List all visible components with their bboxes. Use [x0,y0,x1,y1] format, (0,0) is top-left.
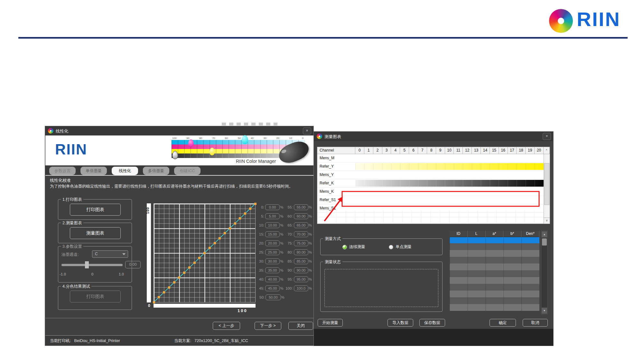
channel-column-header[interactable]: 4 [391,147,400,154]
curve-value-box[interactable]: 65.00 [294,222,309,228]
channel-row-mens_y[interactable]: Mens_Y [317,171,550,179]
result-row[interactable] [450,291,539,297]
channel-column-header[interactable]: 10 [445,147,454,154]
channel-column-header[interactable]: 1 [364,147,373,154]
channel-column-header[interactable]: 7 [418,147,427,154]
channel-table: Channel01234567891011121314151617181920^… [317,147,550,224]
adjust-slider-handle[interactable] [85,261,89,268]
curve-value-box[interactable]: 10.00 [265,222,280,228]
channel-column-header[interactable]: 3 [382,147,391,154]
result-row[interactable] [450,297,539,304]
channel-column-header[interactable]: 12 [463,147,472,154]
curve-value-box[interactable]: 40.00 [265,276,280,282]
curve-key: 15: [257,232,264,236]
scroll-down-icon[interactable]: v [544,218,550,224]
save-data-button[interactable]: 保存数据 [419,319,445,327]
current-scheme: 当前方案: 720x1200_5C_2Bit_车贴_ICC [174,338,248,344]
curve-value-box[interactable]: 100.0 [294,285,309,291]
curve-value-box[interactable]: 60.00 [294,213,309,219]
result-row[interactable] [450,264,539,270]
channel-column-header[interactable]: 2 [373,147,382,154]
channel-column-header[interactable]: 6 [409,147,418,154]
channel-row-mens_k[interactable]: Mens_K [317,188,550,196]
previous-step-button[interactable]: < 上一步 [213,322,240,330]
curve-value-box[interactable]: 90.00 [294,267,309,273]
next-step-button[interactable]: 下一步 > [255,322,281,330]
scrollbar-thumb[interactable] [544,163,549,205]
tab-1[interactable]: 参数设置 [49,167,76,175]
curve-value-box[interactable]: 5.00 [265,213,280,219]
channel-column-header[interactable]: 15 [490,147,499,154]
close-icon[interactable]: × [303,127,311,135]
print-chart-button[interactable]: 打印图表 [70,204,121,216]
channel-column-header[interactable]: 11 [454,147,463,154]
curve-value-box[interactable]: 95.00 [294,276,309,282]
curve-value-box[interactable]: 30.00 [265,258,280,264]
result-row[interactable] [450,237,539,243]
scroll-up-icon[interactable]: ^ [544,147,550,154]
linearization-titlebar[interactable]: 线性化 × [45,126,313,136]
result-table-scrollbar[interactable]: ▲ ▼ [541,231,548,314]
channel-column-header[interactable]: 14 [481,147,490,154]
scrollbar-thumb[interactable] [542,238,547,246]
channel-table-scrollbar[interactable]: v [544,154,550,224]
result-row[interactable] [450,250,539,257]
result-row[interactable] [450,270,539,277]
tab-4[interactable]: 多倍墨量 [143,167,169,175]
cancel-button[interactable]: 取消 [523,319,548,327]
curve-value-box[interactable]: 20.00 [265,240,280,246]
import-data-button[interactable]: 导入数据 [387,319,413,327]
measure-chart-button[interactable]: 测量图表 [70,227,121,239]
channel-row-mens_m[interactable]: Mens_M [317,154,550,162]
scroll-down-icon[interactable]: ▼ [542,308,547,314]
curve-value-box[interactable]: 45.00 [265,285,280,291]
curve-value-box[interactable]: 55.00 [294,204,309,210]
channel-column-header[interactable]: 17 [508,147,517,154]
channel-column-header[interactable]: 9 [436,147,445,154]
radio-single-point-measure[interactable]: 单点测量 [389,244,412,250]
curve-value-box[interactable]: 35.00 [265,267,280,273]
measure-titlebar[interactable]: 测量图表 × [314,132,553,141]
curve-value-box[interactable]: 70.00 [294,231,309,237]
ink-channel-select[interactable]: C [92,250,128,258]
tab-2[interactable]: 单倍墨量 [80,167,107,175]
result-row[interactable] [450,304,539,311]
channel-column-header[interactable]: 13 [472,147,481,154]
curve-value-box[interactable]: 15.00 [265,231,280,237]
channel-column-header[interactable]: 16 [499,147,508,154]
curve-value-box[interactable]: 75.00 [294,240,309,246]
tab-5[interactable]: 创建ICC [174,167,201,175]
curve-key: 0: [257,205,264,209]
curve-value-box[interactable]: 0.00 [265,204,280,210]
percent-unit: % [309,250,312,254]
close-button[interactable]: 关闭 [288,322,313,330]
result-row[interactable] [450,243,539,250]
channel-column-header[interactable]: 20 [535,147,544,154]
tab-3[interactable]: 线性化 [112,167,138,175]
channel-row-refer_k[interactable]: Refer_K [317,179,550,188]
ok-button[interactable]: 确定 [490,319,516,327]
channel-row-refer_y[interactable]: Refer_Y [317,162,550,171]
curve-value-box[interactable]: 85.00 [294,258,309,264]
scroll-up-icon[interactable]: ▲ [542,231,547,237]
curve-value-box[interactable]: 80.00 [294,249,309,255]
curve-value-box[interactable]: 25.00 [265,249,280,255]
curve-value-box[interactable]: 50.00 [266,294,281,300]
channel-column-header[interactable]: 5 [400,147,409,154]
chevron-down-icon [122,253,126,255]
close-icon[interactable]: × [543,133,551,140]
separation-print-button[interactable]: 打印图表 [70,291,121,302]
channel-column-header[interactable]: 8 [427,147,436,154]
result-row[interactable] [450,257,539,264]
result-row[interactable] [450,284,539,291]
channel-column-header[interactable]: 18 [517,147,526,154]
percent-unit: % [280,241,283,245]
radio-continuous-measure[interactable]: 连续测量 [342,244,365,250]
channel-column-header[interactable]: 0 [355,147,364,154]
channel-row-refer_s1[interactable]: Refer_S1 [317,196,550,204]
riin-pinwheel-logo-icon [549,9,573,33]
adjust-slider-track[interactable] [61,264,123,266]
channel-column-header[interactable]: 19 [526,147,535,154]
start-measure-button[interactable]: 开始测量 [318,319,343,327]
result-row[interactable] [450,277,539,284]
